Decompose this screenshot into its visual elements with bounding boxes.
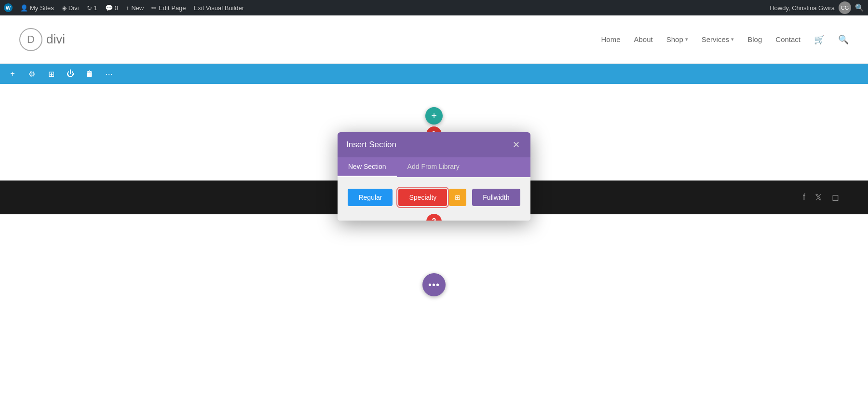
main-content: + 1 + Designed by Elegant Themes | Power… bbox=[0, 84, 868, 403]
new-label: + New bbox=[126, 4, 144, 12]
comments-count: 0 bbox=[115, 4, 118, 12]
builder-toolbar: + ⚙ ⊞ ⏻ 🗑 ⋯ bbox=[0, 64, 868, 84]
wp-logo-icon: W bbox=[4, 3, 13, 12]
exit-visual-builder-item[interactable]: Exit Visual Builder bbox=[194, 4, 244, 12]
bottom-white: ••• bbox=[0, 214, 868, 311]
new-item[interactable]: + New bbox=[126, 4, 144, 12]
modal-close-btn[interactable]: ✕ bbox=[510, 139, 522, 151]
tab-add-from-library[interactable]: Add From Library bbox=[397, 157, 470, 177]
comments-icon: 💬 bbox=[105, 4, 113, 12]
site-nav: Home About Shop ▾ Services ▾ Blog Contac… bbox=[601, 34, 849, 45]
modal-body: Regular Specialty ⊞ Fullwidth 2 bbox=[338, 177, 530, 221]
power-toolbar-btn[interactable]: ⏻ bbox=[64, 67, 77, 81]
my-sites-icon: 👤 bbox=[20, 4, 28, 12]
updates-item[interactable]: ↻ 1 bbox=[87, 4, 97, 12]
updates-icon: ↻ bbox=[87, 4, 92, 12]
divi-item[interactable]: ◈ Divi bbox=[62, 4, 79, 12]
my-sites-item[interactable]: 👤 My Sites bbox=[20, 4, 54, 12]
howdy-label: Howdy, Christina Gwira bbox=[770, 4, 835, 12]
divi-icon: ◈ bbox=[62, 4, 67, 12]
shop-chevron-icon: ▾ bbox=[685, 36, 688, 42]
wp-logo-item[interactable]: W bbox=[4, 3, 13, 12]
specialty-icon: ⊞ bbox=[455, 194, 461, 201]
bottom-dots-btn[interactable]: ••• bbox=[422, 273, 446, 296]
nav-blog[interactable]: Blog bbox=[747, 35, 762, 43]
nav-contact[interactable]: Contact bbox=[775, 35, 800, 43]
modal-tabs: New Section Add From Library bbox=[338, 157, 530, 177]
search-icon[interactable]: 🔍 bbox=[855, 3, 864, 12]
tab-new-section[interactable]: New Section bbox=[338, 157, 397, 177]
more-toolbar-btn[interactable]: ⋯ bbox=[102, 67, 116, 81]
cart-icon[interactable]: 🛒 bbox=[814, 34, 825, 45]
add-section-toolbar-btn[interactable]: + bbox=[6, 67, 19, 81]
dots-icon: ••• bbox=[428, 279, 440, 291]
edit-page-icon: ✏ bbox=[151, 4, 157, 12]
badge-2: 2 bbox=[426, 214, 442, 221]
add-section-plus-icon: + bbox=[431, 111, 437, 122]
exit-visual-builder-label: Exit Visual Builder bbox=[194, 4, 244, 12]
nav-shop[interactable]: Shop ▾ bbox=[666, 35, 688, 43]
facebook-icon[interactable]: f bbox=[803, 192, 805, 203]
nav-services[interactable]: Services ▾ bbox=[702, 35, 734, 43]
specialty-section-btn[interactable]: Specialty bbox=[398, 189, 447, 206]
specialty-icon-btn[interactable]: ⊞ bbox=[449, 189, 466, 206]
logo-circle: D bbox=[19, 28, 42, 51]
avatar: CG bbox=[839, 1, 851, 14]
modal-header: Insert Section ✕ bbox=[338, 132, 530, 157]
logo-letter: D bbox=[27, 33, 35, 46]
fullwidth-section-btn[interactable]: Fullwidth bbox=[472, 189, 520, 206]
instagram-icon[interactable]: ◻ bbox=[832, 192, 839, 203]
site-logo: D divi bbox=[19, 28, 65, 51]
footer-socials: f 𝕏 ◻ bbox=[803, 192, 839, 203]
layout-toolbar-btn[interactable]: ⊞ bbox=[44, 67, 58, 81]
add-section-green-btn[interactable]: + bbox=[425, 107, 443, 125]
logo-name: divi bbox=[46, 32, 65, 47]
comments-item[interactable]: 💬 0 bbox=[105, 4, 118, 12]
site-header: D divi Home About Shop ▾ Services ▾ Blog… bbox=[0, 15, 868, 64]
my-sites-label: My Sites bbox=[30, 4, 54, 12]
nav-home[interactable]: Home bbox=[601, 35, 620, 43]
edit-page-label: Edit Page bbox=[159, 4, 186, 12]
edit-page-item[interactable]: ✏ Edit Page bbox=[151, 4, 186, 12]
nav-about[interactable]: About bbox=[634, 35, 652, 43]
trash-toolbar-btn[interactable]: 🗑 bbox=[83, 67, 96, 81]
services-chevron-icon: ▾ bbox=[731, 36, 734, 42]
regular-section-btn[interactable]: Regular bbox=[348, 189, 393, 206]
admin-bar-right: Howdy, Christina Gwira CG 🔍 bbox=[770, 1, 864, 14]
modal-title: Insert Section bbox=[346, 140, 396, 150]
divi-label: Divi bbox=[68, 4, 79, 12]
close-icon: ✕ bbox=[513, 139, 520, 150]
search-icon[interactable]: 🔍 bbox=[838, 34, 849, 45]
admin-bar: W 👤 My Sites ◈ Divi ↻ 1 💬 0 + New ✏ Edit… bbox=[0, 0, 868, 15]
twitter-icon[interactable]: 𝕏 bbox=[815, 192, 822, 203]
settings-toolbar-btn[interactable]: ⚙ bbox=[25, 67, 39, 81]
updates-count: 1 bbox=[94, 4, 97, 12]
insert-section-modal: Insert Section ✕ New Section Add From Li… bbox=[338, 132, 530, 221]
